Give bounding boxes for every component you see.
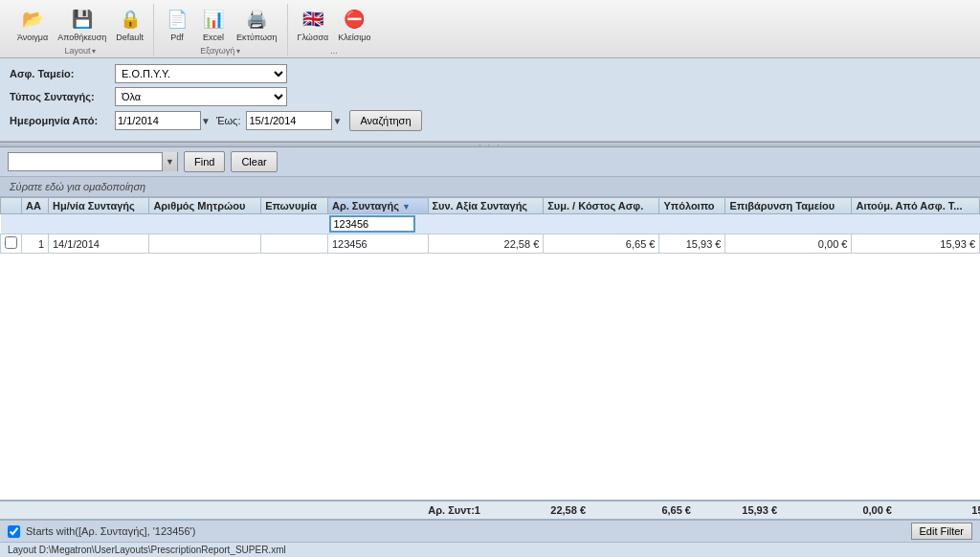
row-prescription: 123456 bbox=[327, 234, 428, 254]
status-checkbox[interactable] bbox=[8, 525, 20, 538]
col-prescription-header[interactable]: Αρ. Συνταγής ▼ bbox=[327, 198, 428, 214]
col-insclaim-header[interactable]: Αιτούμ. Από Ασφ. Τ... bbox=[852, 198, 980, 214]
close-label: Κλείσιμο bbox=[338, 33, 370, 42]
total-inscharge: 0,00 € bbox=[783, 504, 898, 516]
date-to-arrow[interactable]: ▼ bbox=[332, 116, 342, 126]
insurance-select[interactable]: Ε.Ο.Π.Υ.Υ. Όλα ΙΚΑ bbox=[115, 64, 287, 83]
close-icon: ⛔ bbox=[341, 6, 368, 33]
print-button[interactable]: 🖨️ Εκτύπωση bbox=[233, 4, 281, 44]
col-aa-header[interactable]: ΑΑ bbox=[22, 198, 49, 214]
filter-check-cell bbox=[1, 214, 22, 234]
default-label: Default bbox=[116, 33, 144, 42]
find-button[interactable]: Find bbox=[184, 151, 225, 172]
total-insclaim: 15,93 € bbox=[898, 504, 980, 516]
pdf-button[interactable]: 📄 Pdf bbox=[160, 4, 194, 44]
export-group-label: Εξαγωγή ▾ bbox=[200, 46, 240, 56]
row-mhtrioo bbox=[149, 234, 261, 254]
open-icon: 📂 bbox=[19, 6, 46, 33]
row-inscharge: 0,00 € bbox=[725, 234, 852, 254]
type-row: Τύπος Συνταγής: Όλα Κανονική bbox=[10, 87, 970, 106]
date-from-input[interactable] bbox=[115, 111, 201, 130]
excel-label: Excel bbox=[203, 33, 224, 42]
date-to-input[interactable] bbox=[246, 111, 332, 130]
col-balance-header[interactable]: Υπόλοιπο bbox=[659, 198, 725, 214]
search-input-wrap: ▼ bbox=[8, 152, 178, 171]
filter-aa-cell bbox=[22, 214, 49, 234]
excel-icon: 📊 bbox=[200, 6, 227, 33]
type-select[interactable]: Όλα Κανονική bbox=[115, 87, 287, 106]
toolbar-group-export: 📄 Pdf 📊 Excel 🖨️ Εκτύπωση Εξαγωγή ▾ bbox=[154, 4, 288, 56]
save-icon: 💾 bbox=[69, 6, 96, 33]
col-inscost-header[interactable]: Συμ. / Κόστος Ασφ. bbox=[544, 198, 659, 214]
insurance-label: Ασφ. Ταμείο: bbox=[10, 68, 115, 79]
total-inscost: 6,65 € bbox=[591, 504, 697, 516]
status-bar: Starts with([Αρ. Συνταγής], '123456') Ed… bbox=[0, 520, 980, 542]
pdf-label: Pdf bbox=[170, 33, 184, 42]
misc-group-label: ... bbox=[330, 46, 338, 56]
filter-date-cell bbox=[49, 214, 149, 234]
language-button[interactable]: 🇬🇧 Γλώσσα bbox=[294, 4, 333, 44]
row-checkbox[interactable] bbox=[5, 236, 17, 249]
default-button[interactable]: 🔒 Default bbox=[112, 4, 147, 44]
filter-balance-cell bbox=[659, 214, 725, 234]
row-check[interactable] bbox=[1, 234, 22, 254]
open-label: Άνοιγμα bbox=[17, 33, 48, 42]
totals-row: Αρ. Συντ:1 22,58 € 6,65 € 15,93 € 0,00 €… bbox=[0, 500, 980, 520]
print-icon: 🖨️ bbox=[243, 6, 270, 33]
date-from-label: Ημερομηνία Από: bbox=[10, 115, 115, 126]
col-total-header[interactable]: Συν. Αξία Συνταγής bbox=[428, 198, 544, 214]
insurance-row: Ασφ. Ταμείο: Ε.Ο.Π.Υ.Υ. Όλα ΙΚΑ bbox=[10, 64, 970, 83]
sort-icon: ▼ bbox=[402, 202, 411, 212]
toolbar-group-layout: 📂 Άνοιγμα 💾 Αποθήκευση 🔒 Default Layout … bbox=[8, 4, 154, 56]
layout-bar: Layout D:\Megatron\UserLayouts\Prescript… bbox=[0, 542, 980, 557]
main-table-wrap: ΑΑ Ημ/νία Συνταγής Αριθμός Μητρώου Επωνυ… bbox=[0, 197, 980, 500]
total-balance: 15,93 € bbox=[697, 504, 783, 516]
table-body: 1 14/1/2014 123456 22,58 € 6,65 € 15,93 … bbox=[1, 234, 980, 254]
filter-inscharge-cell bbox=[725, 214, 852, 234]
filter-prescription-cell bbox=[327, 214, 428, 234]
edit-filter-button[interactable]: Edit Filter bbox=[911, 523, 972, 540]
filter-panel: Ασφ. Ταμείο: Ε.Ο.Π.Υ.Υ. Όλα ΙΚΑ Τύπος Συ… bbox=[0, 58, 980, 142]
save-button[interactable]: 💾 Αποθήκευση bbox=[54, 4, 110, 44]
filter-mhtrioo-cell bbox=[149, 214, 261, 234]
open-button[interactable]: 📂 Άνοιγμα bbox=[13, 4, 52, 44]
clear-button[interactable]: Clear bbox=[231, 151, 277, 172]
total-val: 22,58 € bbox=[486, 504, 591, 516]
search-input[interactable] bbox=[9, 153, 162, 170]
save-label: Αποθήκευση bbox=[57, 33, 106, 42]
default-icon: 🔒 bbox=[117, 6, 144, 33]
layout-group-label: Layout ▾ bbox=[64, 46, 96, 56]
row-surname bbox=[261, 234, 328, 254]
filter-text: Starts with([Αρ. Συνταγής], '123456') bbox=[26, 525, 195, 537]
total-label: Αρ. Συντ:1 bbox=[381, 504, 486, 516]
language-label: Γλώσσα bbox=[298, 33, 329, 42]
table-row: 1 14/1/2014 123456 22,58 € 6,65 € 15,93 … bbox=[1, 234, 980, 254]
col-date-header[interactable]: Ημ/νία Συνταγής bbox=[49, 198, 149, 214]
layout-path: Layout D:\Megatron\UserLayouts\Prescript… bbox=[8, 545, 286, 555]
row-date: 14/1/2014 bbox=[49, 234, 149, 254]
col-inscharge-header[interactable]: Επιβάρυνση Ταμείου bbox=[725, 198, 852, 214]
toolbar-layout-buttons: 📂 Άνοιγμα 💾 Αποθήκευση 🔒 Default bbox=[13, 4, 147, 44]
row-total: 22,58 € bbox=[428, 234, 544, 254]
filter-insclaim-cell bbox=[852, 214, 980, 234]
search-dropdown-arrow[interactable]: ▼ bbox=[162, 152, 177, 171]
col-surname-header[interactable]: Επωνυμία bbox=[261, 198, 328, 214]
excel-button[interactable]: 📊 Excel bbox=[196, 4, 231, 44]
filter-inscost-cell bbox=[544, 214, 659, 234]
filter-prescription-input[interactable] bbox=[329, 215, 415, 233]
table-filter-row bbox=[1, 214, 980, 234]
close-button[interactable]: ⛔ Κλείσιμο bbox=[334, 4, 374, 44]
language-icon: 🇬🇧 bbox=[300, 6, 326, 33]
row-aa: 1 bbox=[22, 234, 49, 254]
search-bar: ▼ Find Clear bbox=[0, 147, 980, 177]
toolbar-group-misc: 🇬🇧 Γλώσσα ⛔ Κλείσιμο ... bbox=[288, 4, 381, 56]
date-from-arrow[interactable]: ▼ bbox=[201, 116, 211, 126]
col-check-header[interactable] bbox=[1, 198, 22, 214]
toolbar: 📂 Άνοιγμα 💾 Αποθήκευση 🔒 Default Layout … bbox=[0, 0, 980, 58]
search-button[interactable]: Αναζήτηση bbox=[349, 110, 421, 131]
main-table: ΑΑ Ημ/νία Συνταγής Αριθμός Μητρώου Επωνυ… bbox=[0, 197, 980, 254]
type-label: Τύπος Συνταγής: bbox=[10, 91, 115, 102]
col-mhtrioo-header[interactable]: Αριθμός Μητρώου bbox=[149, 198, 261, 214]
toolbar-export-buttons: 📄 Pdf 📊 Excel 🖨️ Εκτύπωση bbox=[160, 4, 281, 44]
row-insclaim: 15,93 € bbox=[852, 234, 980, 254]
